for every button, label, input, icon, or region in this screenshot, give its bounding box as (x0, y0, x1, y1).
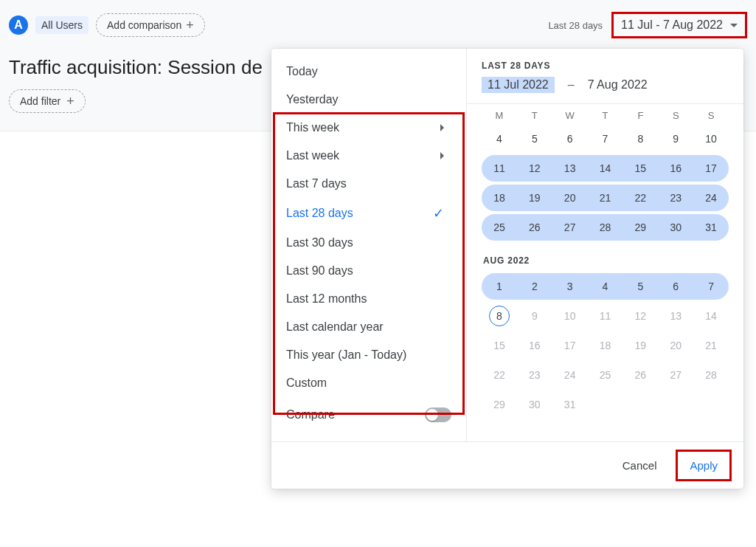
calendar-day[interactable]: 11 (588, 303, 623, 329)
calendar-day[interactable]: 6 (658, 273, 693, 300)
calendar-day[interactable]: 25 (588, 362, 623, 388)
date-range-preset-label: Last 28 days (548, 20, 603, 31)
calendar-day[interactable]: 15 (623, 155, 658, 182)
calendar-day[interactable]: 9 (658, 125, 693, 152)
range-values: 11 Jul 2022 – 7 Aug 2022 (482, 77, 729, 93)
preset-label: Last 28 days (286, 207, 353, 220)
calendar-day[interactable]: 29 (623, 214, 658, 241)
calendar-day[interactable]: 6 (552, 125, 588, 152)
calendar-day[interactable]: 17 (552, 332, 588, 359)
calendar-day[interactable]: 9 (517, 303, 552, 329)
calendar-day[interactable]: 29 (482, 391, 517, 418)
calendar-day[interactable]: 10 (693, 125, 729, 152)
preset-custom[interactable]: Custom (271, 369, 466, 397)
calendar-day[interactable]: 19 (623, 332, 658, 359)
calendar-day-today[interactable]: 8 (482, 303, 517, 329)
calendar-day[interactable]: 27 (658, 362, 693, 388)
month-jul: 4 5 6 7 8 9 10 11 12 13 14 15 16 17 18 1… (482, 124, 729, 242)
calendar-day[interactable]: 2 (517, 273, 552, 300)
calendar-day[interactable]: 5 (623, 273, 658, 300)
audience-badge: A (9, 16, 28, 35)
calendar-day[interactable]: 22 (482, 362, 517, 388)
calendar-day[interactable]: 16 (658, 155, 693, 182)
calendar-day[interactable]: 17 (693, 155, 729, 182)
calendar-day[interactable]: 3 (552, 273, 588, 300)
calendar-day[interactable]: 7 (693, 273, 729, 300)
calendar-day[interactable]: 30 (517, 391, 552, 418)
annotation-highlight: Apply (676, 450, 732, 481)
compare-row: Compare (271, 397, 466, 433)
add-comparison-button[interactable]: Add comparison + (96, 13, 205, 37)
calendar-day[interactable]: 31 (693, 214, 729, 241)
calendar-day[interactable]: 24 (693, 185, 729, 211)
preset-last-12-months[interactable]: Last 12 months (271, 285, 466, 313)
preset-last-7-days[interactable]: Last 7 days (271, 170, 466, 198)
range-start[interactable]: 11 Jul 2022 (482, 77, 555, 93)
compare-label: Compare (286, 408, 335, 422)
weekday: S (693, 110, 729, 121)
calendar-day[interactable]: 18 (588, 332, 623, 359)
calendar-day[interactable]: 18 (482, 185, 517, 211)
preset-this-year[interactable]: This year (Jan - Today) (271, 341, 466, 369)
calendar-day[interactable]: 19 (517, 185, 552, 211)
calendar-day[interactable]: 5 (517, 125, 552, 152)
calendar-day[interactable]: 13 (552, 155, 588, 182)
calendar-area: LAST 28 DAYS 11 Jul 2022 – 7 Aug 2022 M … (467, 49, 743, 441)
calendar-day[interactable]: 14 (693, 303, 729, 329)
date-range-trigger[interactable]: 11 Jul - 7 Aug 2022 (611, 12, 747, 38)
calendar-day[interactable]: 26 (517, 214, 552, 241)
calendar-day[interactable]: 28 (588, 214, 623, 241)
calendar-day[interactable]: 15 (482, 332, 517, 359)
comparison-row: A All Users Add comparison + Last 28 day… (9, 12, 747, 38)
calendar-day[interactable]: 11 (482, 155, 517, 182)
weekday: T (517, 110, 552, 121)
preset-last-calendar-year[interactable]: Last calendar year (271, 313, 466, 341)
calendar-day[interactable]: 26 (623, 362, 658, 388)
calendar-day[interactable]: 7 (588, 125, 623, 152)
calendar-day[interactable]: 1 (482, 273, 517, 300)
calendar-day[interactable]: 23 (658, 185, 693, 211)
calendar-day (588, 391, 623, 418)
calendar-day[interactable]: 25 (482, 214, 517, 241)
preset-yesterday[interactable]: Yesterday (271, 86, 466, 114)
add-comparison-label: Add comparison (107, 19, 181, 31)
calendar-day[interactable]: 24 (552, 362, 588, 388)
calendar-day[interactable]: 13 (658, 303, 693, 329)
calendar-day[interactable]: 16 (517, 332, 552, 359)
calendar-day[interactable]: 12 (517, 155, 552, 182)
add-filter-button[interactable]: Add filter + (9, 89, 86, 113)
calendar-day[interactable]: 10 (552, 303, 588, 329)
month-aug: 1 2 3 4 5 6 7 8 9 10 11 12 13 14 15 16 1… (482, 272, 729, 419)
preset-last-30-days[interactable]: Last 30 days (271, 229, 466, 257)
calendar-day (623, 391, 658, 418)
audience-chip[interactable]: All Users (35, 16, 89, 34)
range-header: LAST 28 DAYS (482, 61, 729, 71)
apply-button[interactable]: Apply (679, 453, 728, 478)
preset-last-week[interactable]: Last week (271, 142, 466, 170)
calendar-day[interactable]: 14 (588, 155, 623, 182)
compare-toggle[interactable] (425, 407, 451, 422)
calendar-day[interactable]: 21 (588, 185, 623, 211)
calendar-day[interactable]: 22 (623, 185, 658, 211)
calendar-day[interactable]: 28 (693, 362, 729, 388)
weekday: W (552, 110, 588, 121)
calendar-day[interactable]: 12 (623, 303, 658, 329)
range-end[interactable]: 7 Aug 2022 (588, 78, 648, 92)
weekday: S (658, 110, 693, 121)
calendar-day[interactable]: 4 (588, 273, 623, 300)
calendar-day[interactable]: 21 (693, 332, 729, 359)
check-icon: ✓ (433, 205, 444, 221)
preset-today[interactable]: Today (271, 58, 466, 86)
calendar-day[interactable]: 8 (623, 125, 658, 152)
calendar-day[interactable]: 23 (517, 362, 552, 388)
calendar-day[interactable]: 31 (552, 391, 588, 418)
calendar-day[interactable]: 4 (482, 125, 517, 152)
preset-this-week[interactable]: This week (271, 114, 466, 142)
calendar-day[interactable]: 27 (552, 214, 588, 241)
calendar-day[interactable]: 30 (658, 214, 693, 241)
preset-last-90-days[interactable]: Last 90 days (271, 257, 466, 285)
preset-last-28-days[interactable]: Last 28 days ✓ (271, 198, 466, 229)
cancel-button[interactable]: Cancel (612, 453, 667, 478)
calendar-day[interactable]: 20 (658, 332, 693, 359)
calendar-day[interactable]: 20 (552, 185, 588, 211)
